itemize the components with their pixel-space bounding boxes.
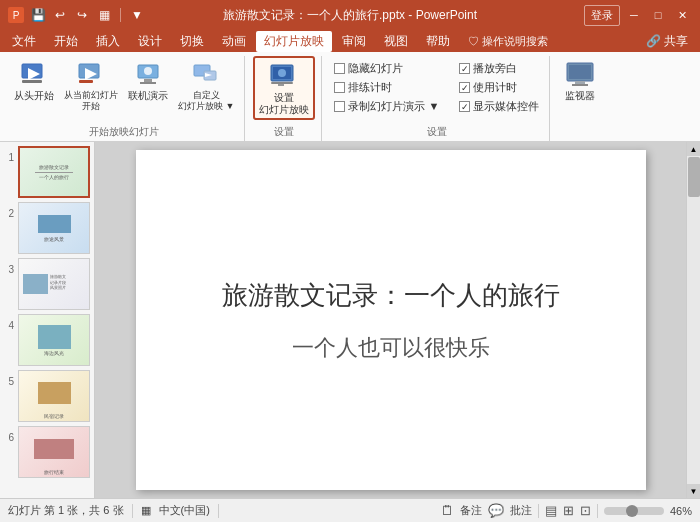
slide-img-5[interactable]: 民宿记录 (18, 370, 90, 422)
thumb-img-5 (38, 382, 71, 404)
ribbon-setup-buttons: 设置幻灯片放映 (253, 56, 315, 125)
chk-hide-row[interactable]: 隐藏幻灯片 (330, 60, 443, 77)
notes-label[interactable]: 备注 (460, 503, 482, 518)
menu-insert[interactable]: 插入 (88, 31, 128, 52)
comments-icon[interactable]: 💬 (488, 503, 504, 518)
login-button[interactable]: 登录 (584, 5, 620, 26)
chk-playblank-row[interactable]: 播放旁白 (455, 60, 543, 77)
menu-slideshow[interactable]: 幻灯片放映 (256, 31, 332, 52)
menu-share[interactable]: 🔗 共享 (638, 31, 696, 52)
custom-icon (190, 58, 222, 90)
chk-record-checkbox[interactable] (334, 101, 345, 112)
qa-separator (120, 8, 121, 22)
comments-label[interactable]: 批注 (510, 503, 532, 518)
menu-animations[interactable]: 动画 (214, 31, 254, 52)
slide-thumb-4[interactable]: 4 海边风光 (4, 314, 90, 366)
thumb-img-3a (23, 274, 48, 294)
save-icon[interactable]: 💾 (30, 7, 46, 23)
view-slide-show-icon[interactable]: ⊡ (580, 503, 591, 518)
slide-thumb-1[interactable]: 1 旅游散文记录 一个人的旅行 (4, 146, 90, 198)
quick-icon[interactable]: ▦ (96, 7, 112, 23)
slide-thumb-6[interactable]: 6 旅行结束 (4, 426, 90, 478)
menu-review[interactable]: 审阅 (334, 31, 374, 52)
menu-transitions[interactable]: 切换 (172, 31, 212, 52)
slide-mini-content-1: 旅游散文记录 一个人的旅行 (20, 148, 88, 196)
slide-num-6: 6 (4, 432, 14, 443)
view-normal-icon[interactable]: ▤ (545, 503, 557, 518)
scroll-track[interactable] (687, 156, 701, 484)
zoom-percent: 46% (670, 505, 692, 517)
minimize-button[interactable]: ─ (624, 7, 644, 23)
chk-showcontrols-row[interactable]: 显示媒体控件 (455, 98, 543, 115)
svg-rect-17 (278, 84, 284, 86)
status-right: 🗒 备注 💬 批注 ▤ ⊞ ⊡ 46% (441, 503, 692, 518)
editor-area: 旅游散文记录：一个人的旅行 一个人也可以很快乐 ▲ ▼ (95, 142, 700, 498)
btn-from-start-label: 从头开始 (14, 90, 54, 102)
slide-editor[interactable]: 旅游散文记录：一个人的旅行 一个人也可以很快乐 (95, 142, 686, 498)
chk-showcontrols: 显示媒体控件 (459, 99, 539, 114)
chk-rehearse-label: 排练计时 (348, 80, 392, 95)
chk-rehearse-row[interactable]: 排练计时 (330, 79, 443, 96)
btn-monitor[interactable]: 监视器 (558, 56, 602, 104)
btn-setup-slideshow[interactable]: 设置幻灯片放映 (253, 56, 315, 120)
right-scrollbar[interactable]: ▲ ▼ (686, 142, 700, 498)
slide-num-2: 2 (4, 208, 14, 219)
slide-img-4[interactable]: 海边风光 (18, 314, 90, 366)
dropdown-icon[interactable]: ▼ (129, 7, 145, 23)
language: 中文(中国) (159, 503, 210, 518)
menu-file[interactable]: 文件 (4, 31, 44, 52)
slide-num-5: 5 (4, 376, 14, 387)
scroll-down-btn[interactable]: ▼ (687, 484, 701, 498)
view-reading-icon[interactable]: ⊞ (563, 503, 574, 518)
chk-hide-label: 隐藏幻灯片 (348, 61, 403, 76)
btn-custom[interactable]: 自定义幻灯片放映 ▼ (174, 56, 238, 114)
chk-hide-checkbox[interactable] (334, 63, 345, 74)
menu-home[interactable]: 开始 (46, 31, 86, 52)
scroll-up-btn[interactable]: ▲ (687, 142, 701, 156)
from-current-icon (75, 58, 107, 90)
slide-thumb-3[interactable]: 3 旅游散文记录片段风景照片 (4, 258, 90, 310)
ribbon-group-start: 从头开始 从当前幻灯片 开始 联机演示 自定义幻灯片放映 ▼ (4, 56, 245, 141)
slide-img-3[interactable]: 旅游散文记录片段风景照片 (18, 258, 90, 310)
slide-thumb-5[interactable]: 5 民宿记录 (4, 370, 90, 422)
slide-img-2[interactable]: 旅途风景 (18, 202, 90, 254)
slide-img-1[interactable]: 旅游散文记录 一个人的旅行 (18, 146, 90, 198)
maximize-button[interactable]: □ (648, 7, 668, 23)
btn-setup-label: 设置幻灯片放映 (259, 92, 309, 116)
slide-img-6[interactable]: 旅行结束 (18, 426, 90, 478)
title-bar-right: 登录 ─ □ ✕ (584, 5, 692, 26)
slide-thumb-2[interactable]: 2 旅途风景 (4, 202, 90, 254)
menu-design[interactable]: 设计 (130, 31, 170, 52)
slide-num-3: 3 (4, 264, 14, 275)
chk-rehearse-checkbox[interactable] (334, 82, 345, 93)
menu-help[interactable]: 帮助 (418, 31, 458, 52)
slide-panel[interactable]: 1 旅游散文记录 一个人的旅行 2 旅途风景 3 (0, 142, 95, 498)
menu-search[interactable]: ♡ 操作说明搜索 (460, 32, 556, 51)
notes-icon[interactable]: 🗒 (441, 503, 454, 518)
close-button[interactable]: ✕ (672, 7, 692, 23)
title-bar: P 💾 ↩ ↪ ▦ ▼ 旅游散文记录：一个人的旅行.pptx - PowerPo… (0, 0, 700, 30)
thumb-title-1: 旅游散文记录 (39, 164, 69, 171)
zoom-slider[interactable] (604, 507, 664, 515)
thumb-line-1 (35, 172, 73, 173)
scroll-thumb[interactable] (688, 157, 700, 197)
monitor-icon (564, 58, 596, 90)
chk-showcontrols-checkbox[interactable] (459, 101, 470, 112)
svg-rect-20 (575, 81, 585, 84)
chk-usetiming-checkbox[interactable] (459, 82, 470, 93)
undo-icon[interactable]: ↩ (52, 7, 68, 23)
svg-rect-2 (22, 80, 42, 83)
chk-usetiming-row[interactable]: 使用计时 (455, 79, 543, 96)
zoom-thumb[interactable] (626, 505, 638, 517)
thumb-img-4 (38, 325, 71, 349)
thumb-img-6 (34, 439, 74, 459)
menu-view[interactable]: 视图 (376, 31, 416, 52)
chk-playblank-checkbox[interactable] (459, 63, 470, 74)
btn-from-start[interactable]: 从头开始 (10, 56, 58, 104)
thumb-text-4: 海边风光 (44, 350, 64, 357)
slide-mini-content-2: 旅途风景 (19, 203, 89, 253)
chk-record-row[interactable]: 录制幻灯片演示 ▼ (330, 98, 443, 115)
btn-online[interactable]: 联机演示 (124, 56, 172, 104)
btn-from-current[interactable]: 从当前幻灯片 开始 (60, 56, 122, 114)
redo-icon[interactable]: ↪ (74, 7, 90, 23)
